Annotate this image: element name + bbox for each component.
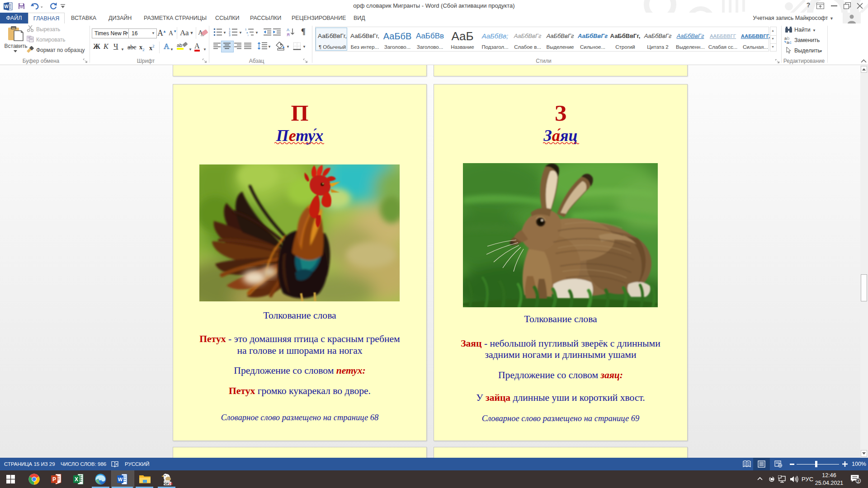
svg-text:Я: Я xyxy=(287,33,290,37)
svg-text:3: 3 xyxy=(229,33,231,36)
svg-text:2: 2 xyxy=(857,479,859,483)
svg-text:А: А xyxy=(164,42,170,50)
svg-text:c: c xyxy=(789,40,792,44)
svg-text:W: W xyxy=(118,477,123,482)
svg-text:PDF24: PDF24 xyxy=(163,482,173,485)
svg-text:P: P xyxy=(52,476,56,483)
svg-text:X: X xyxy=(75,476,78,483)
svg-text:А: А xyxy=(287,28,289,32)
svg-text:1: 1 xyxy=(245,28,247,31)
svg-text:i: i xyxy=(248,34,248,36)
svg-text:a: a xyxy=(246,31,248,34)
svg-text:ab: ab xyxy=(177,42,182,48)
